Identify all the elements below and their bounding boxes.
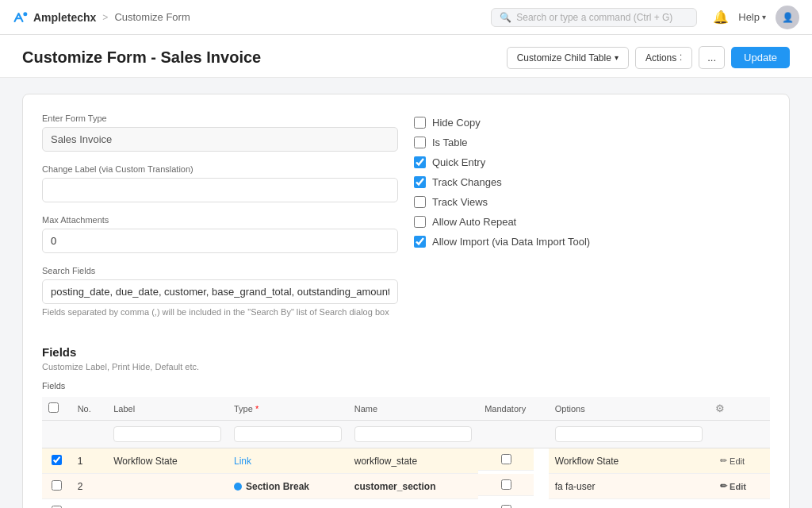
row-3-no: 3 [71, 499, 108, 509]
row-3-type: Data [228, 499, 348, 509]
max-attachments-group: Max Attachments [42, 215, 398, 253]
row-1-type: Link [228, 448, 348, 474]
col-header-label: Label [107, 397, 228, 421]
row-3-edit-button[interactable]: ✏ Edit [715, 505, 749, 508]
table-row: 1 Workflow State Link workflow_state Wor… [42, 448, 770, 474]
row-1-mandatory [478, 448, 534, 471]
search-fields-label: Search Fields [42, 266, 398, 275]
filter-mandatory-col [478, 421, 549, 448]
breadcrumb-separator: > [102, 12, 108, 23]
more-options-button[interactable]: ... [699, 46, 725, 69]
update-button[interactable]: Update [731, 47, 790, 68]
page-title: Customize Form - Sales Invoice [22, 48, 261, 67]
row-2-edit-button[interactable]: ✏ Edit [715, 479, 751, 493]
row-1-no: 1 [71, 448, 108, 474]
col-header-name: Name [348, 397, 478, 421]
search-fields-input[interactable] [42, 279, 398, 304]
filter-type-col [228, 421, 348, 448]
table-header-row: No. Label Type * Name Mandatory Options … [42, 397, 770, 421]
filter-options-input[interactable] [555, 426, 703, 442]
change-label-group: Change Label (via Custom Translation) [42, 164, 398, 202]
form-right-column: Hide Copy Is Table Quick Entry Track Cha… [414, 114, 770, 329]
filter-label-input[interactable] [113, 426, 221, 442]
track-views-label: Track Views [432, 196, 488, 208]
track-changes-label: Track Changes [432, 176, 502, 188]
help-chevron-icon: ▾ [762, 13, 766, 21]
hide-copy-checkbox[interactable]: Hide Copy [414, 117, 770, 129]
track-changes-input[interactable] [414, 176, 426, 188]
filter-no-col [71, 421, 108, 448]
col-header-mandatory: Mandatory [478, 397, 549, 421]
row-3-mandatory [478, 499, 534, 509]
change-label-input[interactable] [42, 178, 398, 202]
brand-logo[interactable]: Ampletechx [13, 10, 96, 25]
actions-chevron-icon: ⁚ [680, 53, 682, 62]
hide-copy-label: Hide Copy [432, 117, 481, 129]
breadcrumb-item[interactable]: Customize Form [114, 11, 190, 23]
row-2-no: 2 [71, 474, 108, 499]
hide-copy-input[interactable] [414, 117, 426, 129]
form-type-label: Enter Form Type [42, 114, 398, 123]
dropdown-chevron-icon: ▾ [615, 53, 619, 62]
max-attachments-input[interactable] [42, 229, 398, 253]
top-navigation: Ampletechx > Customize Form 🔍 Search or … [0, 0, 812, 35]
allow-import-input[interactable] [414, 236, 426, 248]
avatar-image: 👤 [782, 12, 794, 23]
main-content: Enter Form Type Change Label (via Custom… [0, 78, 812, 508]
row-1-check [42, 448, 71, 474]
max-attachments-label: Max Attachments [42, 215, 398, 225]
svg-point-0 [23, 12, 27, 16]
allow-auto-repeat-input[interactable] [414, 216, 426, 228]
fields-label: Fields [42, 381, 770, 391]
table-row: 3 Title Data title ✏ Edit [42, 499, 770, 509]
is-table-checkbox[interactable]: Is Table [414, 137, 770, 148]
allow-import-checkbox[interactable]: Allow Import (via Data Import Tool) [414, 236, 770, 248]
header-actions: Customize Child Table ▾ Actions ⁚ ... Up… [507, 46, 790, 69]
user-avatar[interactable]: 👤 [776, 6, 799, 29]
row-1-mandatory-checkbox[interactable] [501, 454, 511, 464]
help-menu[interactable]: Help ▾ [738, 11, 766, 23]
track-views-checkbox[interactable]: Track Views [414, 196, 770, 208]
customize-child-table-button[interactable]: Customize Child Table ▾ [507, 47, 629, 69]
row-2-checkbox[interactable] [52, 480, 62, 491]
row-1-edit-button[interactable]: ✏ Edit [715, 454, 749, 468]
row-1-checkbox[interactable] [52, 455, 62, 465]
quick-entry-input[interactable] [414, 156, 426, 168]
row-2-mandatory-checkbox[interactable] [501, 479, 511, 490]
select-all-checkbox[interactable] [48, 402, 59, 413]
filter-name-input[interactable] [354, 426, 472, 442]
filter-options-col [549, 421, 709, 448]
row-3-checkbox[interactable] [52, 506, 62, 509]
row-3-check [42, 499, 71, 509]
notifications-bell-icon[interactable]: 🔔 [713, 10, 729, 25]
form-type-input[interactable] [42, 127, 398, 152]
allow-auto-repeat-label: Allow Auto Repeat [432, 216, 516, 228]
is-table-input[interactable] [414, 137, 426, 148]
track-views-input[interactable] [414, 196, 426, 208]
search-fields-hint: Fields separated by comma (,) will be in… [42, 307, 398, 317]
global-search[interactable]: 🔍 Search or type a command (Ctrl + G) [491, 8, 697, 27]
row-3-label: Title [107, 499, 228, 509]
filter-type-input[interactable] [234, 426, 342, 442]
row-1-options: Workflow State [549, 448, 709, 474]
pencil-icon: ✏ [720, 456, 727, 466]
page-header: Customize Form - Sales Invoice Customize… [0, 35, 812, 78]
allow-auto-repeat-checkbox[interactable]: Allow Auto Repeat [414, 216, 770, 228]
actions-button[interactable]: Actions ⁚ [635, 47, 692, 69]
row-3-mandatory-checkbox[interactable] [501, 505, 511, 509]
col-header-type: Type * [228, 397, 348, 421]
fields-section-title: Fields [42, 345, 770, 359]
form-card: Enter Form Type Change Label (via Custom… [22, 94, 790, 508]
gear-settings-icon[interactable]: ⚙ [715, 402, 725, 414]
brand-icon [13, 10, 29, 25]
row-3-action: ✏ Edit [709, 499, 770, 509]
table-filter-row [42, 421, 770, 448]
table-row: 2 Section Break customer_section fa fa-u… [42, 474, 770, 499]
col-header-action: ⚙ [709, 397, 770, 421]
col-header-no: No. [71, 397, 108, 421]
nav-actions: 🔔 Help ▾ 👤 [713, 6, 799, 29]
track-changes-checkbox[interactable]: Track Changes [414, 176, 770, 188]
quick-entry-checkbox[interactable]: Quick Entry [414, 156, 770, 168]
pencil-icon: ✏ [720, 481, 727, 491]
search-fields-group: Search Fields Fields separated by comma … [42, 266, 398, 317]
